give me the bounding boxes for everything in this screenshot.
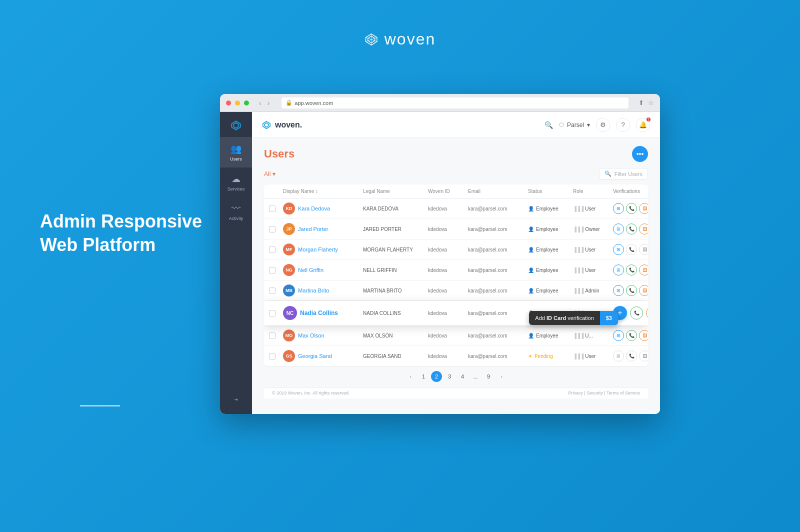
verif-cell: ⊞ 📞 🖼 <box>613 224 648 234</box>
browser-share-btn[interactable]: ⬆ <box>638 99 644 106</box>
workspace-icon: ⬡ <box>559 122 564 128</box>
app-logo-icon <box>262 120 271 130</box>
row-checkbox[interactable] <box>269 206 276 212</box>
workspace-selector[interactable]: ⬡ Parsel ▾ <box>559 122 590 128</box>
photo-verif-btn[interactable]: 🖼 <box>639 264 648 276</box>
browser-dot-yellow[interactable] <box>235 100 240 106</box>
user-link[interactable]: Kara Dedova <box>298 206 330 212</box>
table-row: KD Kara Dedova KARA DEDOVA kdedova kara@… <box>264 198 648 219</box>
id-verif-btn[interactable]: ⊞ <box>613 264 624 276</box>
pagination-page-4[interactable]: 4 <box>457 371 468 382</box>
col-display-name[interactable]: Display Name ↕ <box>283 188 363 194</box>
search-icon: 🔍 <box>544 121 553 129</box>
sidebar-logout-btn[interactable]: ⇥ <box>220 391 252 408</box>
role-cell: ▐▐▐ U... <box>573 333 613 338</box>
settings-btn[interactable]: ⚙ <box>596 118 610 132</box>
role-label: User <box>585 206 596 212</box>
user-link[interactable]: Max Olson <box>298 332 324 338</box>
browser-dot-red[interactable] <box>226 100 231 106</box>
id-verif-btn[interactable]: ⊞ <box>613 350 624 362</box>
woven-id: kdedova <box>428 310 468 316</box>
phone-verif-btn[interactable]: 📞 <box>626 285 637 296</box>
user-link[interactable]: Nadia Collins <box>300 310 338 316</box>
browser-back-btn[interactable]: ‹ <box>257 98 264 108</box>
sidebar-item-services[interactable]: ☁ Services <box>220 168 252 198</box>
row-checkbox[interactable] <box>269 226 276 232</box>
woven-id: kdedova <box>428 247 468 252</box>
user-link[interactable]: Martina Brito <box>298 288 329 294</box>
phone-verif-btn[interactable]: 📞 <box>626 244 637 255</box>
id-verif-btn[interactable]: ⊞ <box>613 330 624 341</box>
email: kara@parsel.com <box>468 333 528 338</box>
left-heading: Admin ResponsiveWeb Platform <box>40 210 202 257</box>
id-verif-btn[interactable]: ⊞ <box>613 203 624 214</box>
photo-verif-btn[interactable]: 🖼 <box>639 285 648 296</box>
row-checkbox[interactable] <box>269 310 276 316</box>
phone-verif-btn[interactable]: 📞 <box>626 203 637 214</box>
help-btn[interactable]: ? <box>616 118 630 132</box>
browser-dot-green[interactable] <box>244 100 249 106</box>
pagination-prev[interactable]: ‹ <box>405 371 416 382</box>
notifications-btn[interactable]: 🔔 1 <box>636 118 650 132</box>
photo-verif-btn[interactable]: 🖼 <box>639 330 648 341</box>
col-woven-id: Woven ID <box>428 188 468 194</box>
id-verif-btn[interactable]: ⊞ <box>613 285 624 296</box>
table-row: NG Nell Griffin NELL GRIFFIN kdedova kar… <box>264 260 648 280</box>
filter-all-btn[interactable]: All ▾ <box>264 170 276 178</box>
browser-forward-btn[interactable]: › <box>266 98 272 108</box>
phone-verif-btn[interactable]: 📞 <box>626 224 637 234</box>
top-bar: woven. 🔍 ⬡ Parsel ▾ ⚙ ? 🔔 1 <box>252 112 660 138</box>
top-logo: woven <box>364 30 436 48</box>
row-checkbox[interactable] <box>269 353 276 360</box>
photo-verif-btn[interactable]: 🖼 <box>639 203 648 214</box>
role-label: User <box>585 247 596 252</box>
user-link[interactable]: Georgia Sand <box>298 353 332 359</box>
filter-search-input[interactable]: 🔍 Filter Users <box>599 168 648 180</box>
photo-verif-btn[interactable]: 🖼 <box>639 224 648 234</box>
status-cell: 👤 Employee <box>528 268 573 273</box>
woven-id: kdedova <box>428 354 468 359</box>
col-legal-name: Legal Name <box>363 188 428 194</box>
app-footer: © 2019 Woven, Inc. All rights reserved. … <box>264 387 648 398</box>
filter-bar: All ▾ 🔍 Filter Users <box>264 168 648 180</box>
sidebar-bottom: ⇥ <box>220 385 252 414</box>
email: kara@parsel.com <box>468 206 528 212</box>
row-checkbox[interactable] <box>269 332 276 339</box>
photo-verif-btn[interactable]: 🖼 <box>639 350 648 362</box>
email: kara@parsel.com <box>468 226 528 232</box>
id-verif-btn[interactable]: ⊞ <box>613 244 624 255</box>
phone-verif-btn[interactable]: 📞 <box>626 330 637 341</box>
users-icon: 👥 <box>230 144 242 154</box>
user-link[interactable]: Nell Griffin <box>298 267 324 273</box>
pagination: ‹ 1 2 3 4 ... 9 › <box>264 366 648 387</box>
phone-verif-btn[interactable]: 📞 <box>626 350 637 362</box>
woven-logo-icon <box>364 32 378 46</box>
status-cell: 👤 Employee <box>528 288 573 294</box>
legal-name: MAX OLSON <box>363 333 428 338</box>
filter-all-label: All <box>264 170 270 178</box>
pagination-page-1[interactable]: 1 <box>418 371 429 382</box>
status-icon: 👤 <box>528 288 534 294</box>
row-checkbox[interactable] <box>269 288 276 294</box>
browser-window: ‹ › 🔒 app.woven.com ⬆ ☆ 👥 Users <box>220 94 660 414</box>
role-cell: ▐▐▐ User <box>573 354 613 359</box>
pagination-next[interactable]: › <box>496 371 507 382</box>
photo-verif-btn[interactable]: 🖼 <box>646 306 648 320</box>
browser-url-bar[interactable]: 🔒 app.woven.com <box>282 98 628 108</box>
sidebar-item-users[interactable]: 👥 Users <box>220 138 252 168</box>
row-checkbox[interactable] <box>269 267 276 274</box>
photo-verif-btn[interactable]: 🖼 <box>639 244 648 255</box>
sidebar-item-activity[interactable]: 〰 Activity <box>220 198 252 227</box>
pagination-page-2[interactable]: 2 <box>431 371 442 382</box>
phone-verif-btn[interactable]: 📞 <box>630 306 643 320</box>
user-link[interactable]: Jared Porter <box>298 226 328 232</box>
phone-verif-btn[interactable]: 📞 <box>626 264 637 276</box>
user-link[interactable]: Morgan Flaherty <box>298 246 338 252</box>
row-checkbox[interactable] <box>269 246 276 253</box>
pagination-page-3[interactable]: 3 <box>444 371 455 382</box>
browser-bookmark-btn[interactable]: ☆ <box>648 99 654 106</box>
legal-name: NELL GRIFFIN <box>363 268 428 273</box>
pagination-page-9[interactable]: 9 <box>483 371 494 382</box>
page-more-btn[interactable]: ••• <box>632 146 648 162</box>
id-verif-btn[interactable]: ⊞ <box>613 224 624 234</box>
